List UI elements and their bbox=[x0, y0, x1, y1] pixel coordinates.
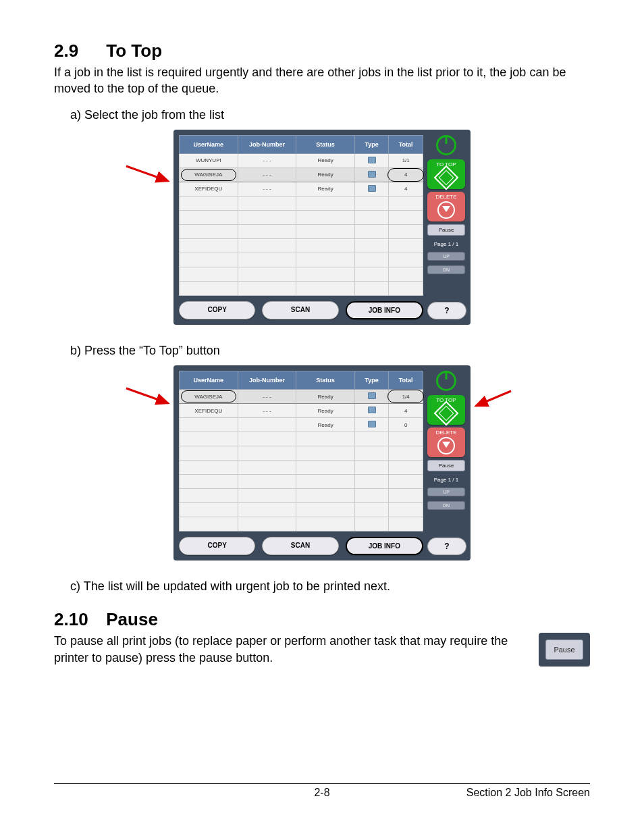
table-row[interactable]: WUNYUPI- - -Ready1/1 bbox=[180, 153, 423, 167]
col-type: Type bbox=[354, 135, 389, 153]
step-a: a) Select the job from the list bbox=[70, 107, 590, 123]
power-icon bbox=[427, 135, 465, 157]
power-icon bbox=[427, 371, 465, 392]
page-down-button[interactable]: DN bbox=[427, 501, 465, 510]
pause-button[interactable]: Pause bbox=[545, 640, 583, 660]
table-row[interactable] bbox=[180, 517, 423, 531]
to-top-button[interactable]: TO TOP bbox=[427, 159, 465, 189]
col-jobnumber: Job-Number bbox=[238, 135, 296, 153]
table-row[interactable]: XEFIDEQU- - -Ready4 bbox=[180, 182, 423, 196]
col-status: Status bbox=[296, 135, 355, 153]
col-total: Total bbox=[389, 135, 423, 153]
col-username: UserName bbox=[180, 371, 238, 390]
delete-button[interactable]: DELETE bbox=[427, 192, 465, 221]
table-row[interactable] bbox=[180, 210, 423, 224]
footer-page: 2-8 bbox=[233, 787, 412, 799]
to-top-button[interactable]: TO TOP bbox=[427, 395, 465, 425]
table-row[interactable] bbox=[180, 489, 423, 503]
printer-icon bbox=[368, 392, 376, 399]
job-table: UserName Job-Number Status Type Total WA… bbox=[179, 371, 423, 531]
help-button[interactable]: ? bbox=[427, 302, 466, 319]
arrow-to-top-button bbox=[472, 391, 512, 411]
col-status: Status bbox=[296, 371, 355, 390]
footer-section: Section 2 Job Info Screen bbox=[411, 787, 590, 799]
page-down-button[interactable]: DN bbox=[427, 265, 465, 274]
pause-inset: Pause bbox=[539, 633, 590, 667]
pause-button[interactable]: Pause bbox=[427, 460, 465, 471]
table-row[interactable] bbox=[180, 267, 423, 281]
printer-icon bbox=[368, 421, 376, 427]
job-table: UserName Job-Number Status Type Total WU… bbox=[179, 135, 423, 296]
page-up-button[interactable]: UP bbox=[427, 252, 465, 261]
page-indicator: Page 1 / 1 bbox=[427, 241, 465, 247]
printer-icon bbox=[368, 157, 376, 163]
jobinfo-button[interactable]: JOB INFO bbox=[346, 301, 423, 319]
arrow-select-row bbox=[126, 166, 173, 186]
pause-button[interactable]: Pause bbox=[427, 224, 465, 236]
table-row[interactable] bbox=[180, 446, 423, 461]
svg-line-0 bbox=[126, 166, 168, 181]
printer-icon bbox=[368, 407, 376, 413]
col-type: Type bbox=[354, 371, 389, 390]
col-username: UserName bbox=[180, 135, 238, 153]
page-indicator: Page 1 / 1 bbox=[427, 477, 465, 483]
table-row[interactable]: XEFIDEQU- - -Ready4 bbox=[180, 404, 423, 418]
table-row[interactable] bbox=[180, 196, 423, 210]
heading-2-9: 2.9 To Top bbox=[54, 41, 590, 61]
col-jobnumber: Job-Number bbox=[238, 371, 296, 390]
printer-icon bbox=[368, 185, 376, 192]
copy-button[interactable]: COPY bbox=[179, 301, 255, 319]
table-row[interactable] bbox=[180, 475, 423, 489]
scan-button[interactable]: SCAN bbox=[262, 301, 338, 319]
table-row[interactable]: WAGISEJA- - -Ready4 bbox=[180, 167, 423, 182]
printer-icon bbox=[368, 171, 376, 178]
table-row[interactable] bbox=[180, 281, 423, 295]
help-button[interactable]: ? bbox=[427, 538, 466, 555]
table-row[interactable] bbox=[180, 461, 423, 475]
table-row[interactable]: WAGISEJA- - -Ready1/4 bbox=[180, 390, 423, 404]
scan-button[interactable]: SCAN bbox=[262, 537, 338, 555]
table-row[interactable] bbox=[180, 432, 423, 446]
jobinfo-button[interactable]: JOB INFO bbox=[346, 537, 423, 555]
step-c: c) The list will be updated with urgent … bbox=[70, 578, 590, 594]
delete-button[interactable]: DELETE bbox=[427, 427, 465, 457]
screenshot-2: UserName Job-Number Status Type Total WA… bbox=[173, 365, 471, 561]
arrow-top-row bbox=[126, 388, 173, 409]
svg-line-2 bbox=[476, 391, 511, 406]
intro-2-9: If a job in the list is required urgentl… bbox=[54, 64, 590, 97]
copy-button[interactable]: COPY bbox=[179, 537, 255, 555]
col-total: Total bbox=[389, 371, 423, 390]
table-row[interactable] bbox=[180, 503, 423, 517]
step-b: b) Press the “To Top” button bbox=[70, 342, 590, 359]
table-row[interactable] bbox=[180, 224, 423, 238]
page-up-button[interactable]: UP bbox=[427, 488, 465, 496]
table-row[interactable] bbox=[180, 253, 423, 267]
page-footer: 2-8 Section 2 Job Info Screen bbox=[54, 783, 590, 799]
table-row[interactable] bbox=[180, 238, 423, 253]
heading-2-10: 2.10 Pause bbox=[54, 609, 590, 630]
table-row[interactable]: Ready0 bbox=[180, 418, 423, 432]
body-2-10: To pause all print jobs (to replace pape… bbox=[54, 633, 514, 666]
screenshot-1: UserName Job-Number Status Type Total WU… bbox=[173, 130, 471, 325]
svg-line-1 bbox=[126, 388, 168, 403]
